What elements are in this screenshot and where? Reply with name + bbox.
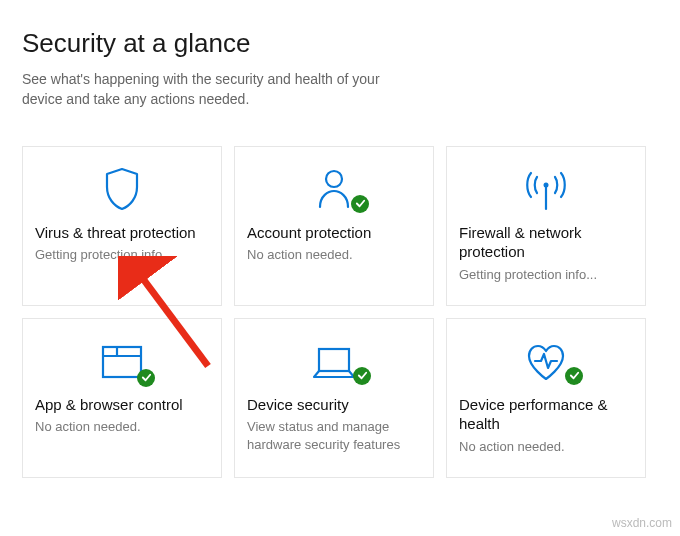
tiles-grid: Virus & threat protection Getting protec… bbox=[22, 146, 658, 478]
tile-status: No action needed. bbox=[241, 246, 359, 264]
tile-status: Getting protection info... bbox=[453, 266, 603, 284]
check-badge-icon bbox=[565, 367, 583, 385]
antenna-icon bbox=[453, 155, 639, 211]
svg-rect-6 bbox=[319, 349, 349, 371]
tile-title: Firewall & network protection bbox=[453, 223, 639, 262]
tile-title: Virus & threat protection bbox=[29, 223, 202, 243]
tile-status: No action needed. bbox=[453, 438, 571, 456]
tile-device-security[interactable]: Device security View status and manage h… bbox=[234, 318, 434, 478]
person-icon bbox=[241, 155, 427, 211]
tile-status: No action needed. bbox=[29, 418, 147, 436]
tile-title: Account protection bbox=[241, 223, 377, 243]
tile-title: Device security bbox=[241, 395, 355, 415]
svg-rect-3 bbox=[103, 347, 141, 377]
heart-pulse-icon bbox=[453, 327, 639, 383]
tile-firewall-network-protection[interactable]: Firewall & network protection Getting pr… bbox=[446, 146, 646, 306]
shield-icon bbox=[29, 155, 215, 211]
svg-point-0 bbox=[326, 171, 342, 187]
check-badge-icon bbox=[353, 367, 371, 385]
tile-app-browser-control[interactable]: App & browser control No action needed. bbox=[22, 318, 222, 478]
laptop-icon bbox=[241, 327, 427, 383]
tile-status: Getting protection info... bbox=[29, 246, 179, 264]
check-badge-icon bbox=[351, 195, 369, 213]
tile-device-performance-health[interactable]: Device performance & health No action ne… bbox=[446, 318, 646, 478]
tile-title: App & browser control bbox=[29, 395, 189, 415]
browser-window-icon bbox=[29, 327, 215, 383]
tile-account-protection[interactable]: Account protection No action needed. bbox=[234, 146, 434, 306]
tile-virus-threat-protection[interactable]: Virus & threat protection Getting protec… bbox=[22, 146, 222, 306]
watermark-text: wsxdn.com bbox=[612, 516, 672, 530]
page-subtitle: See what's happening with the security a… bbox=[22, 69, 382, 110]
check-badge-icon bbox=[137, 369, 155, 387]
page-title: Security at a glance bbox=[22, 28, 658, 59]
tile-title: Device performance & health bbox=[453, 395, 639, 434]
tile-status: View status and manage hardware security… bbox=[241, 418, 427, 453]
